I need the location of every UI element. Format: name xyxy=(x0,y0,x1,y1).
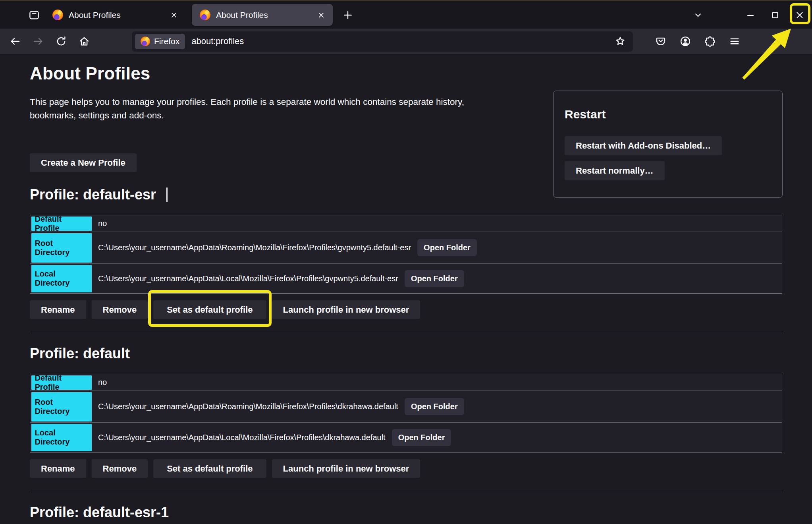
table-row: Root Directory C:\Users\your_username\Ap… xyxy=(30,391,782,423)
text-cursor xyxy=(166,188,168,202)
open-folder-button[interactable]: Open Folder xyxy=(417,239,477,256)
identity-label: Firefox xyxy=(154,37,179,46)
browser-window: About Profiles About Profiles xyxy=(0,0,812,524)
menu-button[interactable] xyxy=(725,32,744,51)
profile-heading-text: Profile: default-esr-1 xyxy=(30,504,169,521)
forward-button[interactable] xyxy=(29,32,48,51)
restart-title: Restart xyxy=(565,108,771,121)
maximize-icon xyxy=(770,10,780,20)
close-button[interactable] xyxy=(787,1,812,29)
firefox-view-icon xyxy=(28,9,40,21)
open-folder-button[interactable]: Open Folder xyxy=(405,270,464,287)
home-icon xyxy=(78,35,90,47)
tab-inactive[interactable]: About Profiles xyxy=(44,1,185,29)
launch-profile-button[interactable]: Launch profile in new browser xyxy=(272,300,420,319)
rename-button[interactable]: Rename xyxy=(30,459,86,478)
tab-close-icon[interactable] xyxy=(168,9,180,21)
maximize-button[interactable] xyxy=(763,1,787,29)
profile-heading-text: Profile: default-esr xyxy=(30,186,156,203)
close-icon xyxy=(795,10,805,20)
window-controls xyxy=(686,1,812,29)
profile-heading: Profile: default-esr-1 xyxy=(30,504,782,521)
firefox-logo-icon xyxy=(141,37,150,46)
profile-actions: Rename Remove Set as default profile Lau… xyxy=(30,300,782,319)
puzzle-icon xyxy=(704,35,716,47)
page-title: About Profiles xyxy=(30,64,782,83)
reload-button[interactable] xyxy=(52,32,71,51)
extensions-button[interactable] xyxy=(700,32,719,51)
row-value: C:\Users\your_username\AppData\Local\Moz… xyxy=(98,274,398,283)
home-button[interactable] xyxy=(75,32,94,51)
profile-actions: Rename Remove Set as default profile Lau… xyxy=(30,459,782,478)
restart-normally-button[interactable]: Restart normally… xyxy=(565,161,665,180)
create-profile-button[interactable]: Create a New Profile xyxy=(30,153,137,172)
row-label: Root Directory xyxy=(31,233,92,263)
row-value: C:\Users\your_username\AppData\Roaming\M… xyxy=(98,402,398,411)
set-default-profile-button[interactable]: Set as default profile xyxy=(153,459,266,478)
identity-chip[interactable]: Firefox xyxy=(135,34,185,49)
row-value: C:\Users\your_username\AppData\Local\Moz… xyxy=(98,433,386,442)
pocket-button[interactable] xyxy=(651,32,670,51)
row-label: Local Directory xyxy=(31,265,92,292)
open-folder-button[interactable]: Open Folder xyxy=(405,398,464,415)
url-text[interactable]: about:profiles xyxy=(191,36,611,46)
row-value: C:\Users\your_username\AppData\Roaming\M… xyxy=(98,243,411,252)
chevron-down-icon xyxy=(693,10,703,20)
restart-panel: Restart Restart with Add-ons Disabled… R… xyxy=(553,91,783,198)
tab-active[interactable]: About Profiles xyxy=(192,4,333,26)
new-tab-button[interactable] xyxy=(338,6,357,25)
table-row: Local Directory C:\Users\your_username\A… xyxy=(30,264,782,293)
rename-button[interactable]: Rename xyxy=(30,300,86,319)
tab-title: About Profiles xyxy=(69,10,168,20)
profile-heading: Profile: default xyxy=(30,345,782,362)
set-default-profile-button[interactable]: Set as default profile xyxy=(153,300,266,319)
table-row: Local Directory C:\Users\your_username\A… xyxy=(30,423,782,452)
plus-icon xyxy=(342,9,354,21)
table-row: Root Directory C:\Users\your_username\Ap… xyxy=(30,232,782,264)
forward-icon xyxy=(32,35,44,47)
firefox-logo-icon xyxy=(200,10,210,20)
star-icon xyxy=(614,35,626,47)
reload-icon xyxy=(55,35,67,47)
remove-button[interactable]: Remove xyxy=(92,300,148,319)
page-intro: This page helps you to manage your profi… xyxy=(30,95,506,122)
tab-bar: About Profiles About Profiles xyxy=(0,1,812,29)
profile-table: Default Profile no Root Directory C:\Use… xyxy=(30,374,782,452)
row-label: Default Profile xyxy=(31,375,92,390)
url-bar[interactable]: Firefox about:profiles xyxy=(132,31,633,52)
restart-addons-disabled-button[interactable]: Restart with Add-ons Disabled… xyxy=(565,136,722,155)
minimize-button[interactable] xyxy=(738,1,763,29)
profile-table: Default Profile no Root Directory C:\Use… xyxy=(30,215,782,294)
tab-title: About Profiles xyxy=(216,10,315,20)
row-label: Root Directory xyxy=(31,392,92,422)
launch-profile-button[interactable]: Launch profile in new browser xyxy=(272,459,420,478)
toolbar-extensions-area xyxy=(651,32,744,51)
pocket-icon xyxy=(655,35,667,47)
profile-heading-text: Profile: default xyxy=(30,345,130,362)
list-all-tabs-button[interactable] xyxy=(686,1,710,29)
firefox-logo-icon xyxy=(52,10,63,20)
nav-buttons xyxy=(6,32,94,51)
row-label: Default Profile xyxy=(31,217,92,231)
back-button[interactable] xyxy=(6,32,25,51)
row-value: no xyxy=(98,219,107,228)
hamburger-icon xyxy=(729,35,741,47)
tab-close-icon[interactable] xyxy=(315,9,327,21)
minimize-icon xyxy=(745,10,756,20)
row-label: Local Directory xyxy=(31,424,92,451)
section-divider xyxy=(30,333,782,333)
table-row: Default Profile no xyxy=(30,215,782,232)
navigation-toolbar: Firefox about:profiles xyxy=(0,29,812,54)
bookmark-star-button[interactable] xyxy=(611,32,630,51)
remove-button[interactable]: Remove xyxy=(92,459,148,478)
row-value: no xyxy=(98,378,107,387)
table-row: Default Profile no xyxy=(30,374,782,391)
account-icon xyxy=(679,35,691,47)
open-folder-button[interactable]: Open Folder xyxy=(392,429,451,446)
back-icon xyxy=(9,35,21,47)
account-button[interactable] xyxy=(676,32,695,51)
section-divider xyxy=(30,492,782,492)
firefox-view-button[interactable] xyxy=(24,5,44,25)
